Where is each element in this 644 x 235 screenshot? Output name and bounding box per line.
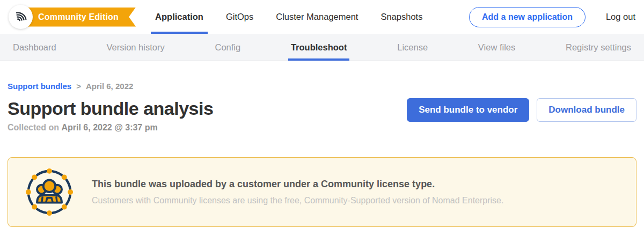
subnav-item-troubleshoot[interactable]: Troubleshoot xyxy=(291,34,347,61)
brand: Community Edition xyxy=(9,5,136,29)
collected-date: April 6, 2022 @ 3:37 pm xyxy=(61,123,157,132)
app-sub-navigation: Dashboard Version history Config Trouble… xyxy=(0,34,644,61)
top-nav-item-cluster-management[interactable]: Cluster Management xyxy=(276,0,358,34)
subnav-item-config[interactable]: Config xyxy=(215,34,240,61)
banner-title: This bundle was uploaded by a customer u… xyxy=(92,179,503,190)
top-nav-links: Application GitOps Cluster Management Sn… xyxy=(155,0,422,34)
community-people-icon xyxy=(24,167,75,217)
subnav-item-view-files[interactable]: View files xyxy=(478,34,515,61)
top-navigation: Community Edition Application GitOps Clu… xyxy=(0,0,644,34)
subnav-item-registry-settings[interactable]: Registry settings xyxy=(566,34,631,61)
community-license-banner: This bundle was uploaded by a customer u… xyxy=(8,157,636,227)
page-header-text: Support bundle analysis Collected on Apr… xyxy=(8,98,213,133)
subnav-item-dashboard[interactable]: Dashboard xyxy=(13,34,56,61)
breadcrumb: Support bundles > April 6, 2022 xyxy=(8,61,636,91)
community-edition-badge: Community Edition xyxy=(25,8,136,27)
collected-prefix: Collected on xyxy=(8,123,59,132)
page-header: Support bundle analysis Collected on Apr… xyxy=(8,98,636,133)
subnav-item-version-history[interactable]: Version history xyxy=(107,34,165,61)
collected-timestamp: Collected on April 6, 2022 @ 3:37 pm xyxy=(8,123,213,133)
page-title: Support bundle analysis xyxy=(8,98,213,119)
send-bundle-to-vendor-button[interactable]: Send bundle to vendor xyxy=(407,98,529,122)
page-actions: Send bundle to vendor Download bundle xyxy=(407,98,636,122)
add-new-application-button[interactable]: Add a new application xyxy=(469,7,586,27)
top-nav-item-snapshots[interactable]: Snapshots xyxy=(380,0,422,34)
download-bundle-button[interactable]: Download bundle xyxy=(537,98,636,122)
top-nav-item-gitops[interactable]: GitOps xyxy=(226,0,253,34)
subnav-item-license[interactable]: License xyxy=(397,34,428,61)
logout-link[interactable]: Log out xyxy=(606,12,635,22)
top-nav-right: Add a new application Log out xyxy=(469,7,635,27)
replicated-logo-icon[interactable] xyxy=(9,5,33,29)
top-nav-item-application[interactable]: Application xyxy=(155,0,203,34)
breadcrumb-separator: > xyxy=(76,82,81,91)
banner-text: This bundle was uploaded by a customer u… xyxy=(92,179,503,205)
main-content: Support bundles > April 6, 2022 Support … xyxy=(0,61,644,227)
breadcrumb-current: April 6, 2022 xyxy=(86,82,133,91)
breadcrumb-support-bundles-link[interactable]: Support bundles xyxy=(8,82,71,91)
banner-subtitle: Customers with Community licenses are us… xyxy=(92,196,503,205)
